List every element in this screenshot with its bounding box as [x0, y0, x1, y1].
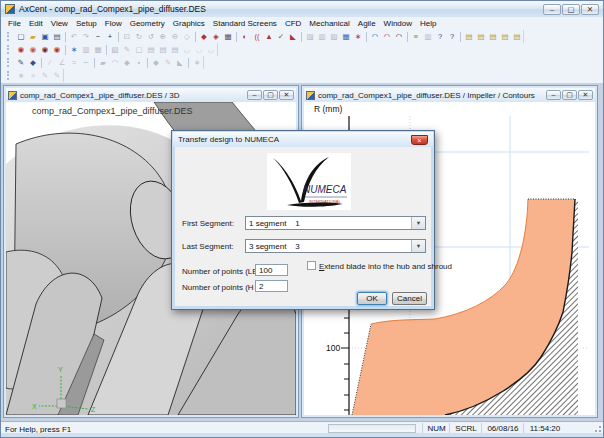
contours-minimize-button[interactable]: – — [546, 90, 561, 100]
tool-edit-pencil-icon[interactable]: ✎ — [121, 43, 133, 56]
tool-levels-icon[interactable]: ≡ — [410, 30, 422, 43]
tool-pen-icon[interactable]: ✎ — [162, 56, 174, 69]
tool-edit-chart-icon[interactable]: ▧ — [109, 43, 121, 56]
close-button[interactable]: ✕ — [581, 4, 599, 15]
menu-file[interactable]: File — [4, 19, 25, 28]
tool-wing-icon[interactable]: ◣ — [174, 56, 186, 69]
tool-curve-blue-icon[interactable]: ◠ — [369, 30, 381, 43]
tool-design-grid-icon[interactable]: ▦ — [222, 30, 234, 43]
tool-spin-icon[interactable]: ↺ — [145, 30, 157, 43]
menu-agile[interactable]: Agile — [354, 19, 380, 28]
maximize-button[interactable]: ▢ — [562, 4, 580, 15]
contours-restore-button[interactable]: ▢ — [562, 90, 577, 100]
tool-toolkit-icon[interactable]: ✎ — [15, 56, 27, 69]
tool-shrink-icon[interactable]: ▪ — [133, 56, 145, 69]
tool-solid-icon[interactable]: ◆ — [121, 56, 133, 69]
contours-close-button[interactable]: ✕ — [578, 90, 593, 100]
toolbar-grip[interactable] — [7, 71, 12, 80]
tool-smooth-icon[interactable]: ∽ — [80, 56, 92, 69]
tool-impeller-pink-icon[interactable]: ◉ — [27, 43, 39, 56]
tool-transfer-numeca-icon[interactable]: ◐ — [239, 30, 251, 43]
dialog-close-button[interactable]: × — [411, 135, 428, 145]
chevron-down-icon[interactable]: ▼ — [411, 217, 425, 229]
tool-copy-view-icon[interactable]: ▥ — [316, 30, 328, 43]
menu-view[interactable]: View — [47, 19, 72, 28]
tool-burst-icon[interactable]: ∗ — [352, 30, 364, 43]
tool-table-icon[interactable]: ▦ — [340, 30, 352, 43]
tool-zoom-window-icon[interactable]: ⊡ — [121, 30, 133, 43]
tool-curve-icon[interactable]: ≈ — [68, 56, 80, 69]
tool-angle-icon[interactable]: > — [27, 69, 39, 82]
extend-blade-checkbox[interactable] — [307, 261, 316, 270]
tool-blade-gray-icon[interactable]: ◆ — [150, 56, 162, 69]
3d-restore-button[interactable]: ▢ — [263, 90, 278, 100]
tool-layers-5-icon[interactable]: ▤ — [511, 30, 523, 43]
tool-impeller-dark-icon[interactable]: ◉ — [39, 43, 51, 56]
tool-page-copy-3-icon[interactable]: ▤ — [169, 43, 181, 56]
tool-rotate-icon[interactable]: ↻ — [133, 30, 145, 43]
tool-new-icon[interactable]: ▢ — [15, 30, 27, 43]
tool-report-icon[interactable]: ▧ — [328, 30, 340, 43]
tool-note-icon[interactable]: ▢ — [133, 43, 145, 56]
tool-point-icon[interactable]: ∗ — [15, 69, 27, 82]
menu-mechanical[interactable]: Mechanical — [305, 19, 353, 28]
3d-window-titlebar[interactable]: comp_rad_Compex1_pipe_diffuser.DES / 3D … — [6, 88, 296, 102]
tool-help-icon[interactable]: ? — [434, 30, 446, 43]
tool-zoom-out-icon[interactable]: ⊖ — [169, 30, 181, 43]
tool-zoom-plus-icon[interactable]: + — [104, 30, 116, 43]
tool-undo-icon[interactable]: ↶ — [68, 30, 80, 43]
tool-impeller-red2-icon[interactable]: ◉ — [51, 43, 63, 56]
tool-spark-icon[interactable]: ∗ — [191, 56, 203, 69]
menu-edit[interactable]: Edit — [25, 19, 47, 28]
tool-marker-icon[interactable]: ▲ — [263, 30, 275, 43]
tool-mesh-icon[interactable]: ▨ — [304, 30, 316, 43]
chevron-down-icon[interactable]: ▼ — [411, 240, 425, 252]
last-segment-select[interactable]: 3 segment 3 ▼ — [245, 239, 426, 253]
tool-copy-page-icon[interactable]: ▥ — [422, 30, 434, 43]
tool-paste-special-icon[interactable]: ▥ — [80, 43, 92, 56]
points-le-te-input[interactable]: 100 — [255, 264, 288, 276]
tool-blade-solid-icon[interactable]: ◆ — [198, 30, 210, 43]
tool-context-help-icon[interactable]: ? — [446, 30, 458, 43]
menu-graphics[interactable]: Graphics — [169, 19, 209, 28]
3d-minimize-button[interactable]: – — [247, 90, 262, 100]
tool-layers-1-icon[interactable]: ▤ — [463, 30, 475, 43]
tool-impeller-red-icon[interactable]: ◉ — [15, 43, 27, 56]
menu-setup[interactable]: Setup — [72, 19, 101, 28]
ok-button[interactable]: OK — [357, 292, 387, 305]
tool-page-copy-2-icon[interactable]: ▤ — [157, 43, 169, 56]
tool-blade-mesh-icon[interactable]: ◈ — [210, 30, 222, 43]
tool-open-icon[interactable]: ▰ — [27, 30, 39, 43]
tool-layers-2-icon[interactable]: ▤ — [475, 30, 487, 43]
tool-redo-icon[interactable]: ↷ — [80, 30, 92, 43]
menu-help[interactable]: Help — [416, 19, 440, 28]
tool-sketch-icon[interactable]: ✎ — [51, 69, 63, 82]
tool-print-icon[interactable]: ▤ — [51, 30, 63, 43]
tool-layers-3-icon[interactable]: ▤ — [487, 30, 499, 43]
tool-line-icon[interactable]: ∕ — [44, 56, 56, 69]
3d-close-button[interactable]: ✕ — [279, 90, 294, 100]
tool-blade-export-icon[interactable]: ◣ — [287, 30, 299, 43]
first-segment-select[interactable]: 1 segment 1 ▼ — [245, 216, 426, 230]
contours-window-titlebar[interactable]: comp_rad_Compex1_pipe_diffuser.DES / Imp… — [304, 88, 595, 102]
tool-zoom-in-icon[interactable]: ⊕ — [157, 30, 169, 43]
menu-standard-screens[interactable]: Standard Screens — [209, 19, 281, 28]
tool-bend-3-icon[interactable]: ◡ — [205, 43, 217, 56]
dialog-titlebar[interactable]: Transfer design to NUMECA × — [173, 132, 433, 147]
tool-zoom-minus-icon[interactable]: − — [92, 30, 104, 43]
minimize-button[interactable]: – — [543, 4, 561, 15]
menu-geometry[interactable]: Geometry — [126, 19, 169, 28]
tool-check-icon[interactable]: ✓ — [275, 30, 287, 43]
tool-surface-icon[interactable]: ▰ — [97, 56, 109, 69]
tool-bend-2-icon[interactable]: ◡ — [193, 43, 205, 56]
menu-flow[interactable]: Flow — [101, 19, 126, 28]
tool-polyline-icon[interactable]: ∠ — [56, 56, 68, 69]
menu-window[interactable]: Window — [380, 19, 416, 28]
tool-curve-red-icon[interactable]: ◠ — [381, 30, 393, 43]
tool-fit-icon[interactable]: ◇ — [181, 30, 193, 43]
tool-save-icon[interactable]: ▣ — [39, 30, 51, 43]
tool-curve-dark-icon[interactable]: ◠ — [393, 30, 405, 43]
points-h-s-input[interactable]: 2 — [255, 280, 288, 292]
cancel-button[interactable]: Cancel — [392, 292, 427, 305]
tool-layers-4-icon[interactable]: ▤ — [499, 30, 511, 43]
